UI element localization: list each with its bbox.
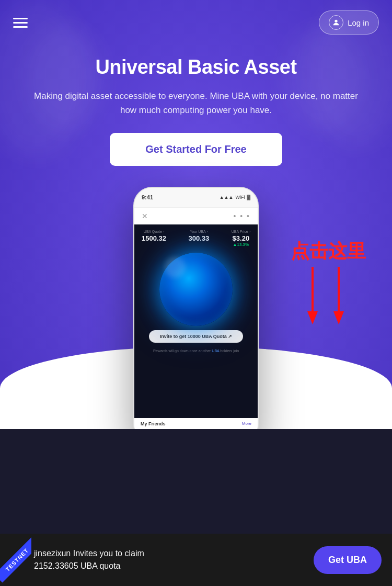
globe-container [134, 253, 258, 326]
svg-marker-2 [307, 311, 318, 324]
globe-graphic [159, 253, 233, 326]
close-icon[interactable]: ✕ [142, 212, 148, 220]
testnet-badge: TESTNET [0, 537, 31, 582]
hero-subtitle: Making digital asset accessible to every… [34, 89, 358, 117]
bottom-invite-line1: jinsezixun Invites you to claim [34, 547, 144, 560]
user-icon [329, 15, 343, 30]
phone-screen: UBA Quote › 1500.32 Your UBA › 300.33 UB… [134, 224, 258, 418]
your-uba-stat: Your UBA › 300.33 [189, 230, 210, 247]
rewards-text: Rewards will go down once another UBA ho… [134, 347, 258, 355]
annotation-arrows [297, 262, 360, 335]
annotation-area: 点击这里 [291, 241, 366, 337]
stats-row: UBA Quote › 1500.32 Your UBA › 300.33 UB… [134, 224, 258, 250]
bottom-bar: TESTNET jinsezixun Invites you to claim … [0, 534, 392, 586]
hero-content: Universal Basic Asset Making digital ass… [0, 45, 392, 166]
svg-marker-4 [333, 311, 344, 324]
hero-title: Universal Basic Asset [16, 55, 376, 80]
phone-bottom-area: My Friends More + SD JK TJ + ⛏ Mine [134, 418, 258, 429]
battery-icon: ▓ [247, 195, 250, 200]
hero-section: Log in Universal Basic Asset Making digi… [0, 0, 392, 429]
invite-button[interactable]: Invite to get 10000 UBA Quota ↗ [149, 330, 243, 343]
signal-icon: ▲▲▲ [220, 195, 234, 200]
phone-status-bar: 9:41 ▲▲▲ WiFi ▓ [134, 188, 258, 208]
cta-button[interactable]: Get Started For Free [110, 133, 282, 166]
uba-quote-stat: UBA Quote › 1500.32 [142, 230, 166, 247]
svg-point-0 [335, 20, 337, 22]
uba-price-stat: UBA Price › $3.20 ▲13.3% [232, 230, 250, 247]
hamburger-menu[interactable] [13, 18, 28, 28]
friends-header: My Friends More [134, 421, 258, 429]
friends-label: My Friends [141, 421, 166, 426]
testnet-label: TESTNET [4, 547, 30, 573]
phone-status-icons: ▲▲▲ WiFi ▓ [220, 195, 250, 200]
bottom-quota-line2: 2152.33605 UBA quota [34, 560, 144, 572]
header: Log in [0, 0, 392, 45]
more-icon[interactable]: • • • [234, 212, 250, 220]
login-label: Log in [348, 18, 369, 27]
annotation-text: 点击这里 [291, 241, 366, 262]
wifi-icon: WiFi [235, 195, 245, 200]
phone-toolbar: ✕ • • • [134, 208, 258, 224]
get-uba-button[interactable]: Get UBA [314, 546, 382, 574]
phone-time: 9:41 [142, 194, 153, 200]
friends-more[interactable]: More [242, 421, 251, 426]
phone-mockup: 9:41 ▲▲▲ WiFi ▓ ✕ • • • UBA Quote › 150 [133, 187, 259, 429]
bottom-invite-text: jinsezixun Invites you to claim 2152.336… [34, 547, 144, 572]
login-button[interactable]: Log in [319, 10, 379, 35]
